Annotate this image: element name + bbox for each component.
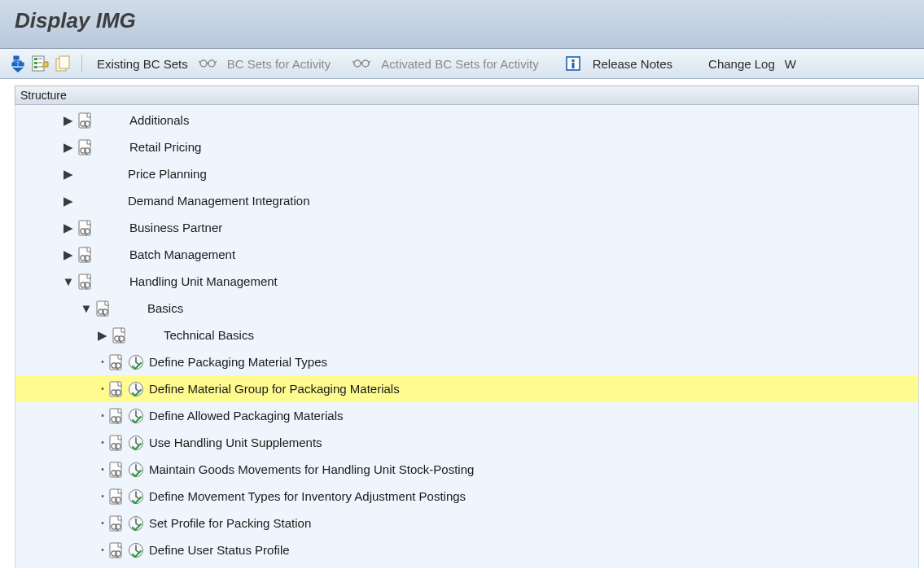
tree-node-use-hu-supplements[interactable]: • Use Handling Unit Supplements [15,429,918,456]
doc-icon[interactable] [77,220,92,236]
img-tree: ▶ Additionals ▶ Retail Pricing ▶ Price P… [15,105,919,568]
tree-label[interactable]: Define Movement Types for Inventory Adju… [149,489,466,503]
tree-node-business-partner[interactable]: ▶ Business Partner [15,214,918,241]
tree-label[interactable]: Maintain Goods Movements for Handling Un… [149,462,474,476]
expand-icon[interactable]: ▶ [63,249,74,261]
tree-label[interactable]: Business Partner [129,221,222,234]
info-icon[interactable] [563,54,583,73]
tree-label[interactable]: Retail Pricing [129,140,201,154]
leaf-bullet-icon: • [97,465,108,474]
bc-sets-for-activity-button[interactable]: BC Sets for Activity [221,57,338,71]
doc-icon[interactable] [108,462,123,478]
tree-label[interactable]: Define User Status Profile [149,543,290,557]
tree-node-demand-mgmt[interactable]: ▶ Demand Management Integration [15,187,918,214]
tree-label[interactable]: Define Allowed Packaging Materials [149,409,343,423]
tree-label[interactable]: Technical Basics [164,328,254,342]
execute-icon[interactable] [128,515,144,532]
glasses-icon[interactable] [198,54,217,73]
doc-icon[interactable] [108,381,123,397]
tree-label[interactable]: Define Material Group for Packaging Mate… [149,382,400,396]
where-used-button[interactable]: W [785,57,803,71]
collapse-icon[interactable]: ▼ [81,303,92,314]
execute-icon[interactable] [128,462,144,478]
doc-icon[interactable] [77,274,92,290]
execute-icon[interactable] [128,488,144,505]
doc-icon[interactable] [77,139,92,155]
tree-node-define-user-status[interactable]: • Define User Status Profile [15,536,918,563]
tree-label[interactable]: Batch Management [129,247,235,261]
tree-node-batch-mgmt[interactable]: ▶ Batch Management [15,241,918,268]
existing-bc-sets-button[interactable]: Existing BC Sets [90,57,195,71]
tree-label[interactable]: Use Handling Unit Supplements [149,436,322,449]
tree-node-define-pkg-mat-types[interactable]: • Define Packaging Material Types [15,348,918,375]
leaf-bullet-icon: • [97,357,108,366]
doc-icon[interactable] [77,112,92,129]
tree-node-retail-pricing[interactable]: ▶ Retail Pricing [15,134,918,160]
collapse-icon[interactable]: ▼ [63,276,74,287]
tree-node-set-profile-packing[interactable]: • Set Profile for Packing Station [15,510,918,536]
tree-label[interactable]: Define Packaging Material Types [149,355,327,369]
doc-icon[interactable] [108,354,123,370]
tree-label[interactable]: Set Profile for Packing Station [149,516,311,530]
leaf-bullet-icon: • [97,438,108,447]
execute-icon[interactable] [128,435,144,451]
tree-node-additionals[interactable]: ▶ Additionals [15,107,918,134]
tree-node-define-movement-types[interactable]: • Define Movement Types for Inventory Ad… [15,483,918,510]
tree-node-maintain-goods-movements[interactable]: • Maintain Goods Movements for Handling … [15,456,918,483]
doc-icon[interactable] [112,327,126,344]
toolbar: Existing BC Sets BC Sets for Activity Ac… [0,49,924,79]
doc-icon[interactable] [108,515,123,532]
execute-icon[interactable] [128,354,144,370]
structure-header: Structure [15,85,919,105]
copy-icon[interactable] [54,54,73,73]
leaf-bullet-icon: • [97,492,108,501]
expand-icon[interactable]: ▶ [63,222,74,234]
glasses-icon[interactable] [352,54,371,73]
execute-icon[interactable] [128,542,144,558]
tree-label[interactable]: Basics [147,301,183,315]
tree-node-define-mat-group-pkg[interactable]: • Define Material Group for Packaging Ma… [15,375,918,402]
doc-icon[interactable] [95,300,110,317]
tree-label[interactable]: Demand Management Integration [128,194,309,208]
tree-node-define-allowed-pkg[interactable]: • Define Allowed Packaging Materials [15,402,918,429]
page-title: Display IMG [15,8,909,33]
add-to-list-icon[interactable] [31,54,50,73]
tree-node-price-planning[interactable]: ▶ Price Planning [15,160,918,187]
doc-icon[interactable] [108,488,123,505]
tree-node-basics[interactable]: ▼ Basics [15,295,918,322]
execute-icon[interactable] [128,381,144,397]
page-header: Display IMG [0,0,924,49]
leaf-bullet-icon: • [97,411,108,420]
tree-node-handling-unit-mgmt[interactable]: ▼ Handling Unit Management [15,268,918,295]
doc-icon[interactable] [108,542,123,558]
doc-icon[interactable] [108,408,123,424]
tree-label[interactable]: Handling Unit Management [129,274,278,288]
release-notes-button[interactable]: Release Notes [586,57,679,71]
tree-label[interactable]: Price Planning [128,167,207,181]
execute-icon[interactable] [128,408,144,424]
expand-hierarchy-icon[interactable] [8,54,28,73]
toolbar-separator [81,55,82,72]
expand-icon[interactable]: ▶ [63,195,74,207]
doc-icon[interactable] [108,435,123,451]
tree-label[interactable]: Additionals [129,113,189,127]
leaf-bullet-icon: • [97,545,108,554]
expand-icon[interactable]: ▶ [63,115,74,126]
expand-icon[interactable]: ▶ [63,169,74,180]
leaf-bullet-icon: • [97,519,108,528]
doc-icon[interactable] [77,247,92,263]
expand-icon[interactable]: ▶ [63,142,74,153]
activated-bc-sets-button[interactable]: Activated BC Sets for Activity [374,57,545,71]
leaf-bullet-icon: • [97,384,108,393]
change-log-button[interactable]: Change Log [702,57,782,71]
tree-node-technical-basics[interactable]: ▶ Technical Basics [15,322,918,348]
expand-icon[interactable]: ▶ [97,330,108,341]
